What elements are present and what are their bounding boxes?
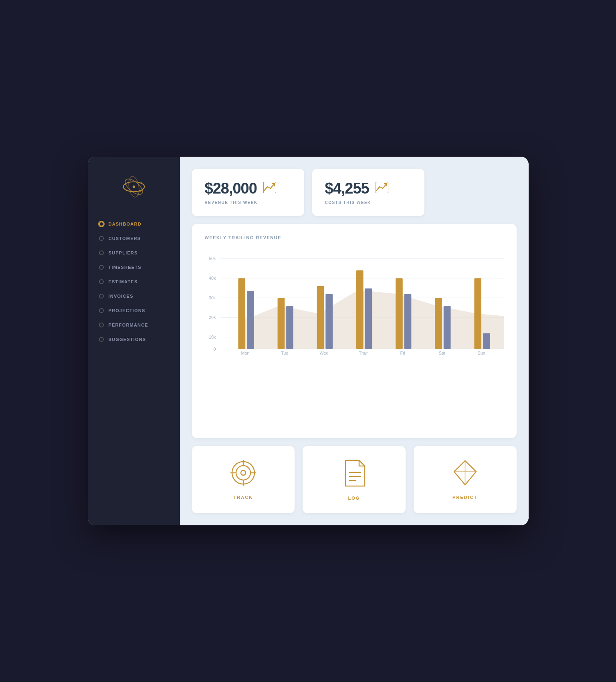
- svg-rect-37: [483, 333, 490, 349]
- stat-card-costs-top: $4,255: [325, 180, 412, 197]
- svg-point-5: [141, 182, 142, 184]
- revenue-label: REVENUE THIS WEEK: [205, 200, 291, 205]
- target-icon: [229, 459, 257, 487]
- svg-rect-28: [317, 286, 324, 349]
- nav-label-customers: CUSTOMERS: [109, 236, 141, 241]
- svg-text:40k: 40k: [209, 276, 216, 280]
- nav-dot-suppliers: [99, 250, 104, 255]
- action-row: TRACK LOG PREDIC: [192, 446, 517, 513]
- chart-title: WEEKLY TRAILING REVENUE: [205, 235, 504, 240]
- stat-card-revenue: $28,000 REVENUE THIS WEEK: [192, 169, 304, 216]
- svg-rect-29: [325, 294, 333, 349]
- chart-area: 50k 40k 30k 20k 10k 0: [205, 248, 504, 360]
- device-frame: DASHBOARD CUSTOMERS SUPPLIERS TIMESHEETS…: [88, 157, 529, 525]
- svg-point-47: [241, 470, 246, 475]
- log-label: LOG: [348, 496, 360, 500]
- nav-label-dashboard: DASHBOARD: [109, 222, 141, 226]
- svg-rect-25: [247, 291, 254, 349]
- stat-card-top: $28,000: [205, 180, 291, 197]
- nav-dot-performance: [99, 323, 104, 327]
- svg-text:20k: 20k: [209, 315, 216, 320]
- svg-point-46: [236, 466, 250, 480]
- nav-dot-projections: [99, 308, 104, 313]
- costs-value: $4,255: [325, 180, 369, 197]
- svg-text:Wed: Wed: [319, 351, 328, 355]
- svg-text:Tue: Tue: [281, 351, 288, 355]
- stat-card-costs: $4,255 COSTS THIS WEEK: [312, 169, 424, 216]
- svg-point-7: [139, 190, 141, 192]
- svg-text:Sun: Sun: [477, 351, 485, 355]
- sidebar-item-dashboard[interactable]: DASHBOARD: [88, 217, 180, 231]
- svg-point-6: [126, 190, 127, 191]
- svg-point-9: [137, 193, 139, 194]
- action-card-track[interactable]: TRACK: [192, 446, 295, 513]
- nav-label-timesheets: TIMESHEETS: [109, 265, 141, 270]
- app-logo: [120, 173, 148, 201]
- nav-dot-suggestions: [99, 337, 104, 342]
- nav-dot-estimates: [99, 279, 104, 284]
- svg-rect-36: [474, 278, 481, 349]
- svg-point-4: [124, 184, 126, 185]
- predict-label: PREDICT: [452, 495, 477, 500]
- svg-rect-27: [286, 306, 293, 349]
- svg-rect-30: [356, 270, 363, 349]
- sidebar-item-suppliers[interactable]: SUPPLIERS: [88, 246, 180, 260]
- svg-rect-31: [365, 289, 372, 349]
- svg-rect-33: [404, 294, 411, 349]
- stats-row: $28,000 REVENUE THIS WEEK $4,255: [192, 169, 517, 216]
- nav-dot-customers: [99, 236, 104, 241]
- svg-point-3: [132, 186, 135, 188]
- svg-rect-24: [238, 278, 245, 349]
- nav-label-suggestions: SUGGESTIONS: [109, 337, 146, 342]
- sidebar-item-estimates[interactable]: ESTIMATES: [88, 274, 180, 289]
- sidebar-item-customers[interactable]: CUSTOMERS: [88, 231, 180, 246]
- track-label: TRACK: [234, 495, 253, 500]
- svg-rect-35: [443, 306, 450, 349]
- svg-text:Fri: Fri: [400, 351, 405, 355]
- diamond-icon: [452, 459, 478, 487]
- nav-menu: DASHBOARD CUSTOMERS SUPPLIERS TIMESHEETS…: [88, 213, 180, 351]
- svg-text:50k: 50k: [209, 256, 216, 261]
- sidebar-item-suggestions[interactable]: SUGGESTIONS: [88, 332, 180, 347]
- document-icon: [342, 459, 366, 488]
- nav-dot-timesheets: [99, 265, 104, 270]
- svg-text:Sat: Sat: [438, 351, 445, 355]
- nav-label-invoices: INVOICES: [109, 294, 133, 299]
- nav-label-estimates: ESTIMATES: [109, 279, 138, 284]
- nav-dot-invoices: [99, 294, 104, 299]
- svg-text:10k: 10k: [209, 335, 216, 339]
- logo-area: [88, 157, 180, 213]
- chart-svg: 50k 40k 30k 20k 10k 0: [205, 248, 504, 360]
- nav-dot-dashboard: [99, 222, 104, 226]
- svg-text:30k: 30k: [209, 295, 216, 300]
- svg-rect-34: [435, 298, 442, 349]
- costs-trend-icon: [376, 182, 388, 196]
- nav-label-suppliers: SUPPLIERS: [109, 250, 138, 255]
- sidebar-item-projections[interactable]: PROJECTIONS: [88, 303, 180, 318]
- costs-label: COSTS THIS WEEK: [325, 200, 412, 205]
- sidebar-item-performance[interactable]: PERFORMANCE: [88, 318, 180, 332]
- action-card-predict[interactable]: PREDICT: [414, 446, 517, 513]
- nav-label-performance: PERFORMANCE: [109, 323, 148, 327]
- svg-point-8: [129, 180, 131, 181]
- revenue-trend-icon: [263, 182, 276, 196]
- chart-section: WEEKLY TRAILING REVENUE 50k 40k 30k 20k …: [192, 224, 517, 438]
- action-card-log[interactable]: LOG: [303, 446, 406, 513]
- revenue-value: $28,000: [205, 180, 257, 197]
- main-content: $28,000 REVENUE THIS WEEK $4,255: [180, 157, 529, 525]
- svg-rect-32: [396, 278, 403, 349]
- svg-text:0: 0: [213, 347, 216, 351]
- sidebar: DASHBOARD CUSTOMERS SUPPLIERS TIMESHEETS…: [88, 157, 180, 525]
- sidebar-item-timesheets[interactable]: TIMESHEETS: [88, 260, 180, 274]
- sidebar-item-invoices[interactable]: INVOICES: [88, 289, 180, 303]
- nav-label-projections: PROJECTIONS: [109, 308, 145, 313]
- svg-text:Thur: Thur: [359, 351, 368, 355]
- svg-text:Mon: Mon: [241, 351, 249, 355]
- svg-rect-26: [277, 298, 285, 349]
